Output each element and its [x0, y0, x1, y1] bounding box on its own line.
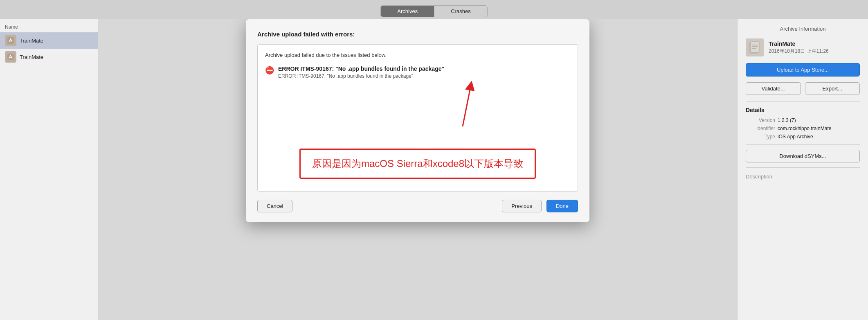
svg-line-4 — [463, 86, 471, 126]
tab-bar: Archives Crashes — [0, 0, 868, 19]
identifier-label: Identifier — [746, 126, 775, 131]
dialog-footer: Cancel Previous Done — [257, 200, 578, 212]
panel-title: Archive Information — [746, 26, 860, 32]
archive-info-row: TrainMate 2016年10月18日 上午11:26 — [746, 38, 860, 56]
cancel-button[interactable]: Cancel — [257, 200, 292, 212]
annotation-text: 原因是因为macOS Sierra和xcode8以下版本导致 — [312, 158, 523, 169]
svg-rect-6 — [751, 42, 760, 52]
dialog-content-box: Archive upload failed due to the issues … — [257, 44, 578, 192]
archive-date: 2016年10月18日 上午11:26 — [769, 48, 829, 55]
annotation-arrow — [442, 77, 483, 131]
download-dsyms-button[interactable]: Download dSYMs... — [746, 150, 860, 162]
archive-icon — [746, 38, 764, 56]
center-area: Archive upload failed with errors: Archi… — [98, 19, 737, 320]
error-desc: ERROR ITMS-90167: "No .app bundles found… — [278, 73, 444, 79]
dialog-intro: Archive upload failed due to the issues … — [265, 52, 570, 58]
tab-archives[interactable]: Archives — [381, 6, 434, 17]
divider-3 — [746, 167, 860, 168]
main-area: Name TrainMate TrainMate Archive upload … — [0, 19, 868, 320]
error-content: ERROR ITMS-90167: "No .app bundles found… — [278, 65, 444, 79]
version-label: Version — [746, 117, 775, 123]
trainmate-icon-2 — [5, 51, 16, 63]
error-icon: ⛔ — [265, 66, 274, 75]
archive-name-block: TrainMate 2016年10月18日 上午11:26 — [769, 41, 829, 55]
export-button[interactable]: Export... — [805, 82, 860, 95]
divider-2 — [746, 144, 860, 145]
detail-identifier-row: Identifier com.rockhippo.trainMate — [746, 126, 860, 131]
sidebar-item-trainmate-1[interactable]: TrainMate — [0, 32, 98, 49]
type-label: Type — [746, 134, 775, 140]
type-value: iOS App Archive — [778, 134, 813, 140]
sidebar-item-label-1: TrainMate — [20, 38, 43, 44]
dialog: Archive upload failed with errors: Archi… — [246, 19, 589, 222]
divider-1 — [746, 101, 860, 102]
version-value: 1.2.3 (7) — [778, 117, 796, 123]
dialog-title: Archive upload failed with errors: — [257, 31, 578, 38]
description-label: Description — [746, 174, 860, 180]
archive-name: TrainMate — [769, 41, 829, 47]
previous-button[interactable]: Previous — [502, 200, 542, 212]
sidebar-item-trainmate-2[interactable]: TrainMate — [0, 49, 98, 65]
annotation-box: 原因是因为macOS Sierra和xcode8以下版本导致 — [299, 149, 536, 179]
tab-crashes[interactable]: Crashes — [434, 6, 487, 17]
details-title: Details — [746, 107, 860, 113]
sidebar-item-label-2: TrainMate — [20, 54, 43, 60]
validate-button[interactable]: Validate... — [746, 82, 801, 95]
detail-type-row: Type iOS App Archive — [746, 134, 860, 140]
right-panel: Archive Information TrainMate 2016年10月18… — [737, 19, 868, 320]
trainmate-icon-1 — [5, 35, 16, 46]
sidebar: Name TrainMate TrainMate — [0, 19, 98, 320]
detail-version-row: Version 1.2.3 (7) — [746, 117, 860, 123]
identifier-value: com.rockhippo.trainMate — [778, 126, 831, 131]
tab-group: Archives Crashes — [380, 5, 487, 17]
footer-right: Previous Done — [502, 200, 578, 212]
error-title: ERROR ITMS-90167: "No .app bundles found… — [278, 65, 444, 72]
validate-export-row: Validate... Export... — [746, 82, 860, 95]
error-row: ⛔ ERROR ITMS-90167: "No .app bundles fou… — [265, 65, 570, 79]
done-button[interactable]: Done — [546, 200, 578, 212]
sidebar-header: Name — [0, 23, 98, 32]
upload-to-appstore-button[interactable]: Upload to App Store... — [746, 63, 860, 77]
